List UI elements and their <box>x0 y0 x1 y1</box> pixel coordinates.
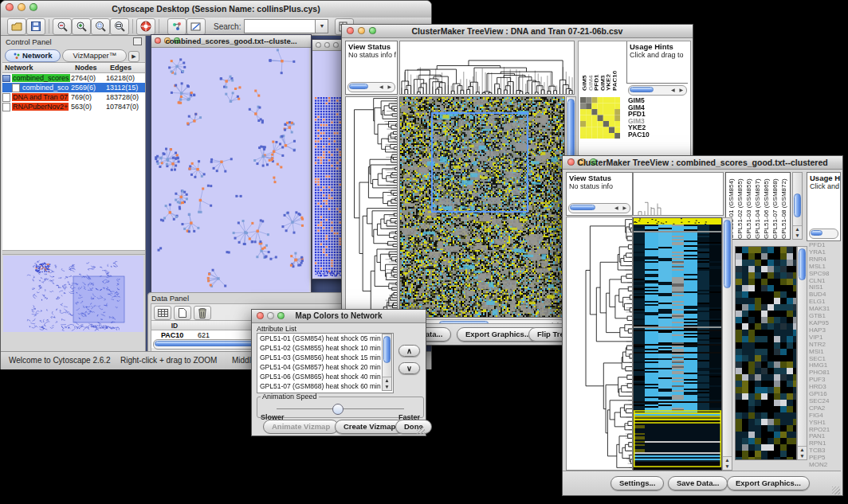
help-button[interactable] <box>136 18 155 35</box>
new-document-icon <box>179 308 186 318</box>
attribute-list-item[interactable]: GPL51-06 (GSM865) heat shock 40 min <box>257 372 393 381</box>
treeview2-titlebar[interactable]: ClusterMaker TreeView : combined_scores_… <box>563 156 842 170</box>
column-label: GPL51-06 (GSM865) <box>763 174 771 239</box>
animate-vizmap-button[interactable]: Animate Vizmap <box>263 420 339 434</box>
desktop: Cytoscape Desktop (Session Name: collins… <box>0 0 848 504</box>
save-session-button[interactable] <box>26 18 45 35</box>
status-hint-zoom: Right-click + drag to ZOOM <box>120 356 217 365</box>
network-window-titlebar[interactable]: combined_scores_good.txt--cluste... <box>151 35 311 48</box>
network-window: combined_scores_good.txt--cluste... <box>151 34 312 294</box>
attribute-listbox[interactable]: GPL51-01 (GSM854) heat shock 05 minGPL51… <box>257 333 394 393</box>
move-down-button[interactable]: ∨ <box>398 362 420 374</box>
network-table-header[interactable]: Network Nodes Edges <box>2 62 145 73</box>
treeview2-zoom-heatmap[interactable] <box>735 246 797 460</box>
create-vizmap-button[interactable]: Create Vizmap <box>335 420 404 434</box>
treeview1-gene-dendrogram[interactable] <box>345 96 398 318</box>
network-canvas[interactable] <box>151 48 309 292</box>
network-list-row[interactable]: combined_scores 2764(0) 16218(0) <box>2 73 145 83</box>
search-input[interactable] <box>244 19 316 33</box>
column-label: GIM5 <box>580 43 587 91</box>
search-dropdown-button[interactable]: ▼ <box>316 19 328 33</box>
attribute-list-item[interactable]: GPL51-02 (GSM855) heat shock 10 min <box>257 343 393 353</box>
resize-grip[interactable] <box>417 427 425 435</box>
column-label: GPL51-02 (GSM855) <box>736 174 745 239</box>
usage-hints-hscrollbar[interactable] <box>809 229 838 239</box>
treeview1-titlebar[interactable]: ClusterMaker TreeView : DNA and Tran 07-… <box>342 25 693 38</box>
treeview2-array-panel[interactable] <box>633 172 724 216</box>
annotation-icon <box>190 21 202 32</box>
open-folder-icon <box>11 22 22 31</box>
panel-divider[interactable] <box>2 250 145 255</box>
attribute-list-item[interactable]: GPL51-07 (GSM868) heat shock 60 min <box>257 381 393 391</box>
move-up-button[interactable]: ∧ <box>398 345 420 357</box>
main-titlebar[interactable]: Cytoscape Desktop (Session Name: collins… <box>1 1 431 18</box>
zoom-out-button[interactable] <box>53 18 72 35</box>
treeview1-array-dendrogram[interactable] <box>399 41 575 95</box>
delete-attribute-button[interactable] <box>194 306 211 320</box>
attribute-list-vscrollbar[interactable]: ▲▼ <box>382 334 392 391</box>
save-data-button[interactable]: Save Data... <box>668 476 728 490</box>
float-panel-icon[interactable] <box>133 37 142 45</box>
export-graphics-button[interactable]: Export Graphics... <box>727 476 810 490</box>
treeview2-title: ClusterMaker TreeView : combined_scores_… <box>563 158 842 167</box>
zoom-fit-button[interactable] <box>110 18 129 35</box>
network-overview-toggle-button[interactable] <box>167 18 186 35</box>
attribute-list-item[interactable]: GPL51-01 (GSM854) heat shock 05 min <box>257 334 393 343</box>
summary-row-label: PAC10 <box>628 131 684 139</box>
tab-network[interactable]: Network <box>5 49 61 62</box>
floppy-disk-icon <box>31 21 41 31</box>
search-label: Search: <box>214 22 241 31</box>
annotation-tool-button[interactable] <box>186 18 206 35</box>
treeview2-button-bar: Settings... Save Data... Export Graphics… <box>563 471 841 495</box>
zoom-in-button[interactable] <box>72 18 91 35</box>
new-attribute-button[interactable] <box>174 306 191 320</box>
network-list-row[interactable]: RNAPuberNov2+ 563(0) 107847(0) <box>2 102 145 111</box>
network-row-icon <box>2 75 10 82</box>
zoom-window-icon[interactable] <box>333 42 339 48</box>
column-label: PAC10 <box>610 43 617 91</box>
control-panel: Control Panel Network VizMapper™ ▶ Netwo… <box>2 36 146 351</box>
network-tab-icon <box>14 53 20 59</box>
treeview1-summary-heatmap[interactable] <box>580 97 620 139</box>
view-status-hscrollbar[interactable]: ◀ ▶ <box>568 203 630 213</box>
map-dialog-title: Map Colors to Network <box>252 311 426 320</box>
network-window-title: combined_scores_good.txt--cluste... <box>151 37 311 45</box>
heatmap-selection-box[interactable] <box>431 112 528 213</box>
open-session-button[interactable] <box>7 18 26 35</box>
network-list-row[interactable]: DNA and Tran 07 769(0) 183728(0) <box>2 92 145 102</box>
treeview2-gene-list[interactable]: PFD1YRA1RNR4MSL1SPC98CLN1NIS1BUD4ELG1MAK… <box>809 242 841 471</box>
close-icon[interactable] <box>316 42 321 48</box>
view-status-hscrollbar[interactable]: ◀ ▶ <box>347 82 395 92</box>
tab-overflow-button[interactable]: ▶ <box>128 51 139 62</box>
treeview2-vscrollbar[interactable]: ▲▼ <box>722 217 732 471</box>
treeview1-view-status: View Status No status info f ◀ ▶ <box>345 41 398 95</box>
column-label: YKE2 <box>604 43 610 91</box>
settings-button[interactable]: Settings... <box>610 476 664 490</box>
zoom-heatmap-vscrollbar[interactable]: ▲▼ <box>797 246 807 460</box>
network-overview-canvas[interactable] <box>3 256 143 332</box>
attribute-list-item[interactable]: GPL51-03 (GSM856) heat shock 15 min <box>257 353 393 362</box>
done-button[interactable]: Done <box>395 420 432 434</box>
speed-slider-thumb[interactable] <box>332 404 344 415</box>
attribute-select-button[interactable] <box>154 306 171 320</box>
map-dialog-titlebar[interactable]: Map Colors to Network <box>252 310 426 323</box>
treeview2-heatmap[interactable] <box>633 217 722 471</box>
main-window-title: Cytoscape Desktop (Session Name: collins… <box>1 4 431 14</box>
zoom-selected-button[interactable] <box>91 18 110 35</box>
network-list-row[interactable]: combined_sco 2569(6) 13112(15) <box>2 83 145 92</box>
treeview2-view-status: View Status No status info ◀ ▶ <box>566 172 633 216</box>
export-graphics-button[interactable]: Export Graphics... <box>457 327 540 342</box>
attribute-list-item[interactable]: GPL51-04 (GSM857) heat shock 20 min <box>257 362 393 372</box>
network-list: combined_scores 2764(0) 16218(0) combine… <box>2 73 145 250</box>
column-label: GPL51-04 (GSM857) <box>754 174 763 239</box>
minimize-icon[interactable] <box>324 42 330 48</box>
column-label: GPL51-03 (GSM856) <box>745 174 754 239</box>
tab-vizmapper[interactable]: VizMapper™ <box>62 49 127 62</box>
column-labels-vscrollbar[interactable]: ▲▼ <box>792 172 803 240</box>
usage-hints-hscrollbar[interactable]: ◀ ▶ <box>628 85 687 96</box>
treeview2-gene-dendrogram[interactable] <box>566 217 633 471</box>
treeview1-column-labels: GIM5GIM4PFD1GIM3YKE2PAC10 <box>580 43 618 91</box>
nodes-icon <box>172 21 183 32</box>
resize-grip[interactable] <box>832 486 840 494</box>
gene-label: MON2 <box>809 462 841 469</box>
